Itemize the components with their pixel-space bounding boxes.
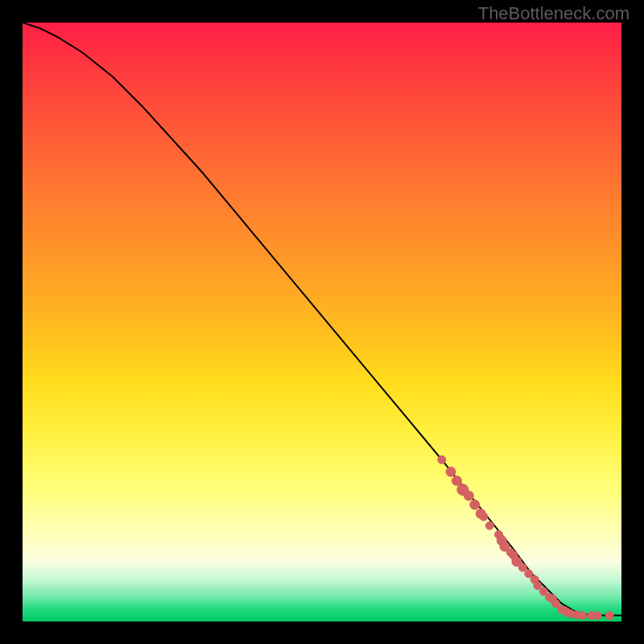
scatter-dot bbox=[452, 476, 461, 485]
scatter-dot bbox=[579, 612, 587, 620]
scatter-dot bbox=[518, 564, 526, 572]
scatter-dot bbox=[464, 491, 473, 501]
scatter-dot bbox=[593, 612, 601, 620]
scatter-points bbox=[438, 456, 613, 620]
scatter-dot bbox=[539, 588, 547, 596]
scatter-dot bbox=[485, 522, 493, 530]
scatter-dot bbox=[438, 456, 446, 464]
scatter-dot bbox=[480, 513, 488, 521]
scatter-dot bbox=[605, 612, 613, 620]
plot-overlay bbox=[23, 23, 621, 621]
scatter-dot bbox=[525, 570, 533, 578]
scatter-dot bbox=[534, 581, 542, 589]
scatter-dot bbox=[446, 467, 456, 477]
bottleneck-curve bbox=[23, 23, 621, 616]
scatter-dot bbox=[551, 600, 559, 608]
watermark-text: TheBottleneck.com bbox=[478, 3, 630, 24]
scatter-dot bbox=[470, 500, 480, 510]
